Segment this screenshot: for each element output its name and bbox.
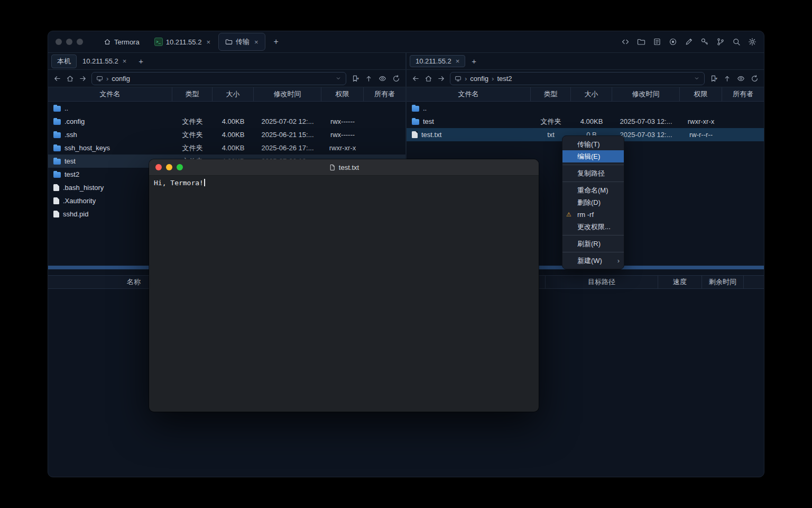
- context-menu-item[interactable]: 新建(W)›: [562, 255, 624, 267]
- editor-zoom-button[interactable]: [177, 164, 183, 170]
- transfer-column-header[interactable]: 速度: [658, 276, 702, 288]
- column-header[interactable]: 类型: [172, 87, 213, 101]
- right-panel-toolbar: ›config›test2▾: [407, 70, 764, 87]
- editor-titlebar[interactable]: test.txt: [149, 159, 539, 176]
- column-header[interactable]: 权限: [680, 87, 722, 101]
- home-button[interactable]: [425, 75, 432, 83]
- bookmark-button[interactable]: ▾: [709, 75, 717, 83]
- ssh-icon: >_: [154, 38, 163, 46]
- file-row[interactable]: .ssh文件夹4.00KB2025-06-21 15:...rwx------: [48, 128, 405, 141]
- file-name: ..: [407, 104, 531, 112]
- minimize-window-button[interactable]: [66, 39, 72, 45]
- new-tab-button[interactable]: +: [469, 57, 478, 66]
- new-tab-button[interactable]: +: [272, 37, 281, 47]
- context-menu-item[interactable]: 刷新(R): [562, 238, 624, 250]
- left-panel-column-headers: 文件名类型大小修改时间权限所有者: [48, 87, 405, 102]
- forward-button[interactable]: [437, 75, 445, 83]
- column-header[interactable]: 所有者: [364, 87, 405, 101]
- show-hidden-files-button[interactable]: [379, 75, 386, 83]
- refresh-button[interactable]: [392, 75, 400, 83]
- column-header[interactable]: 所有者: [722, 87, 764, 101]
- editor-minimize-button[interactable]: [166, 164, 172, 170]
- code-button[interactable]: [621, 38, 630, 46]
- macro-record-button[interactable]: [669, 38, 677, 46]
- folder-icon: [53, 106, 61, 112]
- parent-directory-button[interactable]: [365, 75, 373, 83]
- close-tab-icon[interactable]: ×: [206, 38, 210, 46]
- keychain-button[interactable]: [716, 38, 725, 46]
- context-menu-item[interactable]: 重命名(M): [562, 184, 624, 196]
- context-menu-item[interactable]: ⚠rm -rf: [562, 208, 624, 221]
- file-row[interactable]: .config文件夹4.00KB2025-07-02 12:...rwx----…: [48, 115, 405, 128]
- transfer-column-header[interactable]: 目标路径: [545, 276, 658, 288]
- column-header[interactable]: 大小: [213, 87, 254, 101]
- column-header[interactable]: 文件名: [407, 87, 531, 101]
- transfer-column-header[interactable]: 剩余时间: [702, 276, 744, 288]
- refresh-button[interactable]: [751, 75, 759, 83]
- editor-content[interactable]: Hi, Termora!: [149, 176, 539, 412]
- eye-icon: [379, 75, 386, 83]
- context-menu-item[interactable]: 编辑(E): [562, 150, 624, 162]
- file-row[interactable]: ..: [407, 102, 764, 115]
- close-tab-icon[interactable]: ×: [254, 38, 259, 46]
- close-tab-icon[interactable]: ×: [456, 57, 460, 65]
- parent-directory-button[interactable]: [723, 75, 731, 83]
- settings-button[interactable]: [748, 38, 756, 46]
- chevron-down-icon: ▾: [357, 76, 359, 81]
- breadcrumb-separator: ›: [106, 75, 108, 83]
- right-panel-path-bar[interactable]: ›config›test2: [450, 72, 705, 85]
- column-header[interactable]: 权限: [321, 87, 364, 101]
- bookmark-button[interactable]: ▾: [351, 75, 359, 83]
- path-segment[interactable]: config: [112, 75, 130, 83]
- back-icon: [412, 75, 420, 83]
- file-name: test.txt: [407, 131, 531, 139]
- path-segment[interactable]: test2: [497, 75, 512, 83]
- git-branch-icon: [716, 38, 725, 46]
- file-type: 文件夹: [172, 117, 213, 126]
- file-row[interactable]: ..: [48, 102, 405, 115]
- context-menu-item[interactable]: 删除(D): [562, 196, 624, 208]
- column-header[interactable]: 大小: [571, 87, 612, 101]
- zoom-window-button[interactable]: [77, 39, 83, 45]
- chevron-down-icon[interactable]: [335, 75, 342, 81]
- sftp-button[interactable]: [637, 38, 645, 46]
- context-menu-item[interactable]: 更改权限...: [562, 221, 624, 233]
- back-button[interactable]: [412, 75, 420, 83]
- folder-outline-icon: [225, 38, 233, 46]
- column-header[interactable]: 修改时间: [254, 87, 321, 101]
- context-menu-item[interactable]: 复制路径: [562, 167, 624, 179]
- left-panel-tab[interactable]: 10.211.55.2×: [77, 55, 132, 67]
- context-menu-item[interactable]: 传输(T): [562, 138, 624, 150]
- search-button[interactable]: [732, 38, 741, 46]
- titlebar-tab[interactable]: >_10.211.55.2×: [147, 33, 217, 51]
- left-panel-path-bar[interactable]: ›config: [91, 72, 346, 85]
- menu-separator: [562, 235, 624, 235]
- show-hidden-files-button[interactable]: [737, 75, 745, 83]
- editor-close-button[interactable]: [155, 164, 162, 170]
- column-header[interactable]: 类型: [531, 87, 571, 101]
- path-segment[interactable]: config: [470, 75, 488, 83]
- back-button[interactable]: [53, 75, 61, 83]
- file-icon: [53, 197, 59, 205]
- column-header[interactable]: 修改时间: [612, 87, 680, 101]
- edit-button[interactable]: [685, 38, 693, 46]
- file-name: .config: [48, 117, 172, 125]
- chevron-down-icon[interactable]: [694, 75, 700, 81]
- back-icon: [53, 75, 61, 83]
- new-tab-button[interactable]: +: [136, 57, 145, 66]
- titlebar-tab[interactable]: 传输×: [218, 33, 265, 51]
- left-panel-tab[interactable]: 本机: [51, 55, 77, 68]
- column-header[interactable]: 文件名: [48, 87, 172, 101]
- home-button[interactable]: [66, 75, 74, 83]
- log-button[interactable]: [653, 38, 661, 46]
- file-modified: 2025-07-02 12:...: [254, 117, 321, 125]
- forward-button[interactable]: [79, 75, 87, 83]
- right-panel-tab[interactable]: 10.211.55.2×: [410, 55, 465, 67]
- titlebar-tab[interactable]: Termora: [97, 33, 146, 51]
- file-permissions: rwx------: [321, 117, 364, 125]
- close-tab-icon[interactable]: ×: [123, 57, 127, 65]
- close-window-button[interactable]: [56, 39, 62, 45]
- file-row[interactable]: test文件夹4.00KB2025-07-03 12:...rwxr-xr-x: [407, 115, 764, 128]
- file-row[interactable]: ssh_host_keys文件夹4.00KB2025-06-26 17:...r…: [48, 141, 405, 155]
- key-manager-button[interactable]: [700, 38, 709, 46]
